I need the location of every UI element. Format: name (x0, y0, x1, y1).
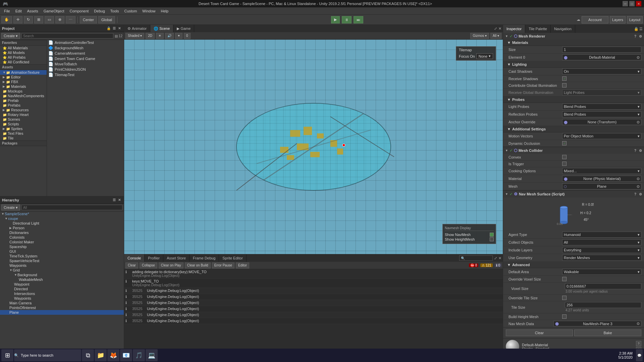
asset-text-files[interactable]: 📁 Text Files (0, 131, 47, 136)
menu-help[interactable]: Help (158, 8, 171, 14)
light-probes-select[interactable]: Blend Probes ▾ (562, 104, 641, 110)
console-row-5[interactable]: ℹ 35525 UnityEngine.Debug:Log(Object) (124, 306, 503, 312)
expand-icon[interactable]: ⤢ (494, 26, 497, 31)
fav-all-models[interactable]: ⭐ All Models (0, 50, 47, 55)
app-btn-1[interactable]: 📧 (120, 349, 132, 361)
lighting-sub-header[interactable]: ▼ Lighting (503, 61, 644, 68)
h-waypoint[interactable]: Waypoint (0, 282, 124, 287)
console-row-4[interactable]: ℹ 35525 UnityEngine.Debug:Log(Object) (124, 300, 503, 306)
element0-select[interactable]: ⬤ Default-Material ⊙ (562, 54, 641, 60)
fx-btn[interactable]: ✦ (175, 33, 182, 39)
start-btn[interactable]: ⊞ (1, 349, 13, 361)
console-row-6[interactable]: ℹ 35525 UnityEngine.Debug:Log(Object) (124, 312, 503, 318)
h-spaceship[interactable]: Spaceship (0, 244, 124, 249)
tab-inspector[interactable]: Inspector (503, 25, 525, 33)
help-icon[interactable]: ? (634, 149, 636, 153)
help-icon[interactable]: ? (634, 35, 636, 38)
file-background-mesh[interactable]: 🔷 BackgroundMesh (47, 45, 124, 51)
hierarchy-menu-btn[interactable]: ☰ (112, 198, 116, 202)
motion-vectors-select[interactable]: Per Object Motion ▾ (562, 133, 641, 139)
tab-navigation[interactable]: Navigation (551, 25, 575, 33)
persp-btn[interactable]: All ▾ (490, 33, 501, 39)
center-btn[interactable]: Center (80, 16, 97, 23)
show-heightmesh-check[interactable] (490, 237, 494, 241)
animator-tab[interactable]: ⚙ Animator (124, 25, 150, 32)
tab-console[interactable]: Console (124, 254, 145, 262)
h-main-camera[interactable]: Main Camera (0, 301, 124, 305)
pause-btn[interactable]: ⏸ (342, 16, 352, 23)
layers-dropdown[interactable]: Layers (610, 16, 626, 23)
voxel-size-field[interactable]: 0.01666667 (565, 283, 641, 289)
transform-tool-btn[interactable]: ⊕ (55, 16, 64, 23)
h-colonist-maker[interactable]: Colonist Maker (0, 240, 124, 244)
menu-component[interactable]: Component (67, 8, 91, 14)
asset-resources[interactable]: ▶ 📁 Resources (0, 108, 47, 112)
navdata-dot-btn[interactable]: ⊙ (637, 321, 640, 326)
collapse-btn[interactable]: Collapse (140, 262, 157, 268)
asset-scenes[interactable]: 📁 Scenes (0, 117, 47, 122)
game-tab[interactable]: ▶ Game (173, 25, 194, 32)
project-menu-btn[interactable]: ☰ (112, 26, 116, 31)
h-coupe[interactable]: ▼ coupe (0, 216, 124, 221)
notifications-btn[interactable]: 💬 (636, 349, 643, 361)
use-geometry-select[interactable]: Render Meshes ▾ (562, 255, 641, 261)
scene-expand[interactable]: ▼ (1, 212, 5, 216)
play-btn[interactable]: ▶ (331, 16, 340, 23)
mesh-renderer-header[interactable]: ▼ ✓ ⬡ Mesh Renderer ? ⚙ (503, 33, 644, 40)
close-btn[interactable]: ✕ (636, 1, 641, 6)
probes-sub-header[interactable]: ▼ Probes (503, 97, 644, 103)
tab-sprite-editor[interactable]: Sprite Editor (219, 254, 247, 262)
audio-btn[interactable]: 🔊 (165, 33, 174, 39)
h-poi[interactable]: PointsOfInterest (0, 305, 124, 310)
asset-mockups[interactable]: 📁 Mockups (0, 89, 47, 94)
anchor-override-select[interactable]: ⬤ None (Transform) ⊙ (562, 119, 641, 125)
hierarchy-search[interactable] (21, 205, 122, 210)
taskview-btn[interactable]: ⧉ (82, 349, 94, 361)
menu-custom[interactable]: Custom (121, 8, 140, 14)
default-area-select[interactable]: Walkable ▾ (562, 269, 641, 275)
receive-shadows-check[interactable] (562, 76, 567, 81)
fav-all-conflicted[interactable]: ⭐ All Conflicted (0, 60, 47, 64)
scene-view[interactable]: Tilemap Focus On None ▾ Navmesh Display … (124, 40, 503, 254)
override-voxel-check[interactable] (562, 277, 567, 281)
expand-arrow[interactable]: ▼ (9, 268, 13, 272)
nav-mesh-surface-header[interactable]: ▼ ✓ ⚙ Nav Mesh Surface (Script) ? ⚙ (503, 191, 644, 197)
console-close[interactable]: ✕ (498, 256, 501, 260)
firefox-btn[interactable]: 🦊 (107, 349, 119, 361)
maximize-btn[interactable]: □ (629, 1, 635, 6)
show-navmesh-check[interactable] (490, 233, 494, 237)
collider-mesh-select[interactable]: ⬡ Plane ⊙ (562, 183, 641, 189)
h-waypoints2[interactable]: Waypoints (0, 296, 124, 301)
explorer-btn[interactable]: 📁 (95, 349, 107, 361)
2d-btn[interactable]: 2D (146, 33, 155, 39)
cast-shadows-select[interactable]: On ▾ (562, 68, 641, 74)
tile-size-field[interactable]: 256 (565, 302, 641, 308)
menu-debug[interactable]: Debug (91, 8, 107, 14)
title-controls[interactable]: ─ □ ✕ (623, 1, 641, 6)
custom-tool-btn[interactable]: ⋯ (66, 16, 75, 23)
hierarchy-create-btn[interactable]: Create ▾ (1, 204, 20, 210)
nav-mesh-data-field[interactable]: ⬤ NavMesh-Plane 3 ⊙ (553, 321, 641, 326)
asset-fbx[interactable]: ▶ 📁 FBX (0, 79, 47, 84)
expand-arrow[interactable]: ▶ (9, 226, 13, 230)
asset-sprites[interactable]: ▶ 📁 Sprites (0, 126, 47, 131)
file-animation-ctrl[interactable]: 📄 AnimationControllerTest (47, 40, 124, 45)
console-row-2[interactable]: ℹ 35525 UnityEngine.Debug:Log(Object) (124, 288, 503, 294)
settings-icon[interactable]: ⚙ (639, 35, 642, 38)
clear-on-play-btn[interactable]: Clear on Play (159, 262, 183, 268)
h-intersections[interactable]: Intersections (0, 291, 124, 296)
gizmos-btn[interactable]: Gizmos ▾ (470, 33, 489, 39)
layout-dropdown[interactable]: Layout (627, 16, 643, 23)
contribute-gi-check[interactable] (562, 83, 567, 87)
clear-btn[interactable]: Clear (125, 262, 138, 268)
h-dir-light[interactable]: Directional Light (0, 221, 124, 226)
asset-scripts[interactable]: 📁 Scripts (0, 122, 47, 126)
lighting-btn[interactable]: ☀ (156, 33, 164, 39)
inspector-menu-btn[interactable]: ☰ (639, 27, 643, 31)
expand-arrow[interactable]: ▼ (5, 217, 8, 220)
clear-on-build-btn[interactable]: Clear on Build (185, 262, 211, 268)
agent-type-select[interactable]: Humanoid ▾ (562, 232, 641, 238)
hierarchy-close-btn[interactable]: ✕ (117, 198, 122, 202)
h-directed[interactable]: Directed (0, 287, 124, 291)
expand-arrow[interactable]: ▼ (14, 273, 17, 277)
